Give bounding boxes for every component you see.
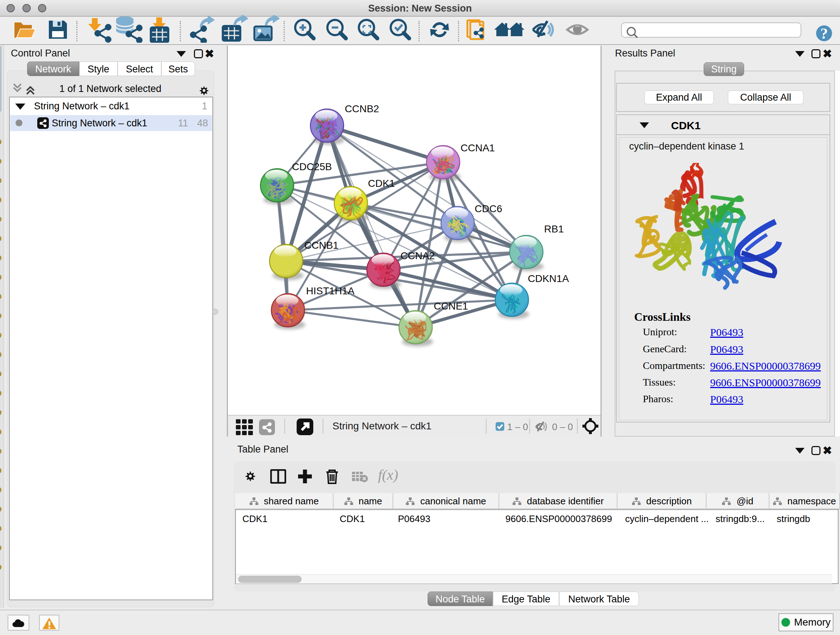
- svg-text:CCNB2: CCNB2: [345, 103, 379, 114]
- svg-text:CCNA2: CCNA2: [401, 250, 435, 261]
- svg-text:RB1: RB1: [544, 223, 564, 234]
- svg-text:CCNA1: CCNA1: [461, 142, 495, 154]
- svg-text:CDKN1A: CDKN1A: [528, 273, 569, 284]
- svg-text:CDC6: CDC6: [475, 203, 502, 214]
- svg-text:CCNB1: CCNB1: [304, 240, 339, 251]
- svg-text:CDK1: CDK1: [368, 178, 395, 189]
- svg-text:HIST1H1A: HIST1H1A: [306, 285, 355, 296]
- svg-text:CCNE1: CCNE1: [434, 301, 468, 312]
- svg-text:CDC25B: CDC25B: [292, 161, 332, 172]
